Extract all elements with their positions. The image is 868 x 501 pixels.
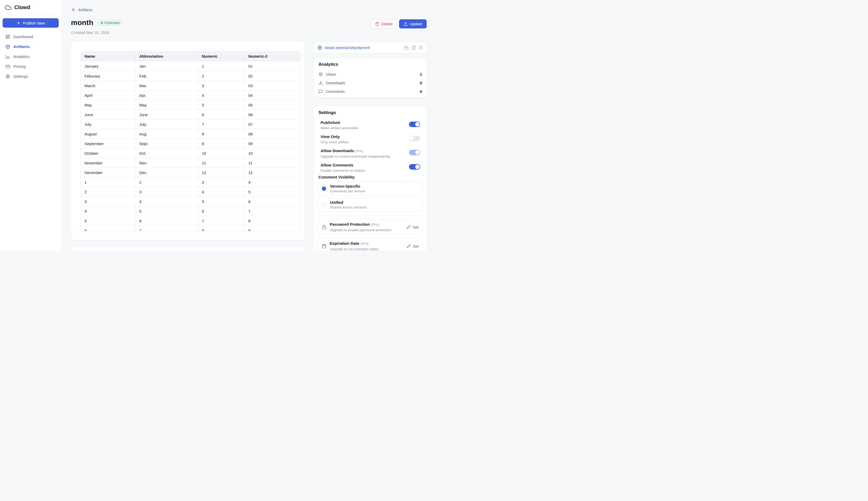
copy-icon[interactable] [404, 46, 409, 50]
setting-label: Published [321, 120, 358, 125]
analytics-title: Analytics [318, 62, 422, 67]
sidebar-item-label: Analytics [13, 54, 30, 59]
table-cell: 09 [245, 139, 300, 148]
app-window: Clowd Publish New DashboardArtifactsAnal… [0, 0, 434, 250]
radio-icon[interactable] [322, 203, 326, 207]
comment-visibility-options: Version-SpecificComments per versionUnif… [318, 182, 423, 212]
pro-tag: (Pro) [355, 149, 363, 153]
artifact-preview-card: NameAbbreviationNumericNumeric-2 January… [71, 41, 305, 240]
table-cell: December [81, 168, 135, 177]
table-cell: 10 [198, 148, 245, 158]
data-table: NameAbbreviationNumericNumeric-2 January… [81, 51, 300, 231]
table-cell: 5 [198, 100, 245, 109]
table-cell: May [81, 100, 135, 109]
sidebar-item-artifacts[interactable]: Artifacts [0, 42, 62, 52]
setting-texts: Allow Downloads(Pro)Upgrade to control d… [321, 148, 390, 159]
table-cell: July [135, 119, 198, 129]
sidebar-item-dashboard[interactable]: Dashboard [0, 32, 62, 42]
table-cell: Jan. [135, 61, 198, 71]
sidebar-item-settings[interactable]: Settings [0, 72, 62, 82]
table-cell: 4 [198, 187, 245, 196]
table-row: JulyJuly707 [81, 119, 300, 129]
table-cell: 3 [198, 81, 245, 90]
table-row: MayMay505 [81, 100, 300, 109]
created-date: Created Mar 10, 2026 [71, 30, 109, 35]
column-header-numeric: Numeric [198, 51, 245, 61]
radio-icon[interactable] [322, 186, 326, 191]
table-cell: Dec. [135, 168, 198, 177]
page-title: month [71, 19, 94, 27]
toggle-allow-downloads[interactable] [409, 150, 420, 155]
analytics-value: 0 [420, 81, 422, 85]
set-label: Set [413, 244, 419, 248]
table-cell: 5 [245, 187, 300, 196]
sidebar-item-analytics[interactable]: Analytics [0, 52, 62, 62]
sidebar-item-label: Dashboard [13, 34, 33, 39]
set-expiration-date-button[interactable]: Set [406, 244, 419, 248]
toggle-published[interactable] [409, 121, 420, 127]
table-cell: 6 [245, 196, 300, 206]
setting-row-published: PublishedMake artifact accessible [318, 120, 423, 130]
table-row: DecemberDec.1212 [81, 168, 300, 177]
analytics-label: Comments [326, 89, 345, 94]
setting-description: Upgrade to control downloads independent… [321, 154, 390, 159]
share-url-link[interactable]: clowd.store/a/3xfyo8ymmf [324, 45, 370, 50]
pro-feature-rows: Password Protection(Pro)Upgrade to enabl… [318, 219, 423, 250]
breadcrumb[interactable]: Artifacts [72, 8, 92, 12]
status-badge-label: Published [105, 21, 119, 25]
data-table-viewport[interactable]: NameAbbreviationNumericNumeric-2 January… [80, 51, 301, 231]
setting-description: Make artifact accessible [321, 126, 358, 130]
delete-button[interactable]: Delete [371, 19, 397, 29]
table-cell: Mar. [135, 81, 198, 90]
table-row: FeburaryFeb.202 [81, 71, 300, 81]
option-label: Version-Specific [330, 184, 366, 189]
toggle-knob [415, 122, 420, 127]
expiration-date-row: Expiration Date(Pro)Upgrade to set expir… [318, 238, 423, 250]
share-url-actions [404, 46, 423, 50]
password-protection-row: Password Protection(Pro)Upgrade to enabl… [318, 219, 423, 235]
table-cell: 06 [245, 109, 300, 119]
analytics-row-views: Views1 [318, 71, 422, 77]
calendar-icon [322, 244, 327, 248]
setting-description: Enable comments on artifact [321, 169, 365, 173]
table-cell: June [135, 109, 198, 119]
qr-code-icon[interactable] [419, 46, 423, 50]
table-cell: July [81, 119, 135, 129]
analytics-row-comments: Comments0 [318, 88, 422, 95]
option-texts: Version-SpecificComments per version [330, 184, 366, 193]
table-cell: May [135, 100, 198, 109]
sidebar-item-pricing[interactable]: Pricing [0, 62, 62, 72]
pencil-icon [406, 225, 411, 229]
status-dot-icon [101, 22, 103, 24]
table-row: JuneJune606 [81, 109, 300, 119]
pro-tag: (Pro) [361, 242, 369, 246]
table-cell: 11 [198, 158, 245, 168]
table-cell: 08 [245, 129, 300, 139]
table-cell: 4 [245, 177, 300, 187]
publish-new-button[interactable]: Publish New [3, 18, 59, 28]
toggle-view-only[interactable] [409, 136, 420, 141]
table-cell: 05 [245, 100, 300, 109]
table-cell: September [81, 139, 135, 148]
table-cell: 8 [198, 225, 245, 231]
toggle-allow-comments[interactable] [409, 164, 420, 170]
comment-visibility-option-version-specific[interactable]: Version-SpecificComments per version [318, 182, 423, 195]
set-password-protection-button[interactable]: Set [406, 225, 419, 230]
bar-chart-icon [6, 54, 10, 59]
comment-visibility-option-unified[interactable]: UnifiedShared across versions [318, 198, 423, 212]
logo: Clowd [0, 0, 62, 15]
table-row: MarchMar.303 [81, 81, 300, 90]
table-cell: 5 [198, 196, 245, 206]
table-cell: Aug. [135, 129, 198, 139]
dashboard-icon [6, 34, 10, 39]
publish-new-label: Publish New [23, 21, 45, 25]
table-cell: 9 [245, 225, 300, 231]
sidebar-nav: DashboardArtifactsAnalyticsPricingSettin… [0, 32, 62, 82]
external-link-icon[interactable] [412, 46, 416, 50]
analytics-card: Analytics Views1Downloads0Comments0 [314, 58, 427, 98]
update-button[interactable]: Update [399, 19, 427, 29]
table-cell: August [81, 129, 135, 139]
pro-texts: Expiration Date(Pro)Upgrade to set expir… [330, 241, 379, 250]
table-cell: 03 [245, 81, 300, 90]
toggle-knob [415, 150, 420, 155]
